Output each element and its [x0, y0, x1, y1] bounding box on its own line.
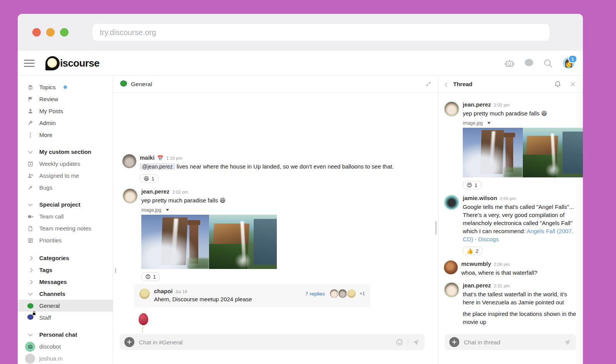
- sidebar-item-admin[interactable]: Admin: [18, 117, 113, 129]
- sidebar-item-label: Tags: [39, 267, 52, 273]
- url-text: try.discourse.org: [100, 28, 156, 37]
- reaction-pill[interactable]: 👍 2: [463, 247, 482, 255]
- reaction-pill[interactable]: 😍 1: [463, 181, 481, 189]
- sidebar-item-assigned-to-me[interactable]: Assigned to me: [18, 170, 113, 182]
- user-avatar[interactable]: [122, 154, 136, 168]
- sidebar-item-review[interactable]: Review: [18, 93, 113, 105]
- sidebar-item-categories[interactable]: Categories: [18, 252, 113, 264]
- balloon-emoji-message: [139, 313, 148, 325]
- chevron-right-icon: [27, 269, 33, 272]
- sidebar-resize-handle[interactable]: [115, 268, 116, 273]
- sidebar-item-messages[interactable]: Messages: [18, 276, 113, 288]
- image-attachment[interactable]: [141, 215, 438, 269]
- sidebar-item-priorities[interactable]: Priorities: [18, 234, 113, 246]
- sidebar-item-weekly-updates[interactable]: Weekly updates: [18, 158, 113, 170]
- username[interactable]: jean.perez: [463, 282, 491, 289]
- sidebar-item-team-call[interactable]: Team call: [18, 210, 113, 222]
- message-list[interactable]: maiki 📅 1:19 pm @jean.perez lives near w…: [113, 93, 438, 364]
- thread-composer[interactable]: Chat in thread: [445, 334, 576, 350]
- sidebar-item-bugs[interactable]: Bugs: [18, 182, 113, 194]
- user-avatar[interactable]: [122, 188, 138, 204]
- sidebar-item-label: Categories: [39, 255, 69, 261]
- thread-panel: Thread: [438, 76, 583, 364]
- username[interactable]: jean.perez: [141, 188, 169, 195]
- waterfall-photo-image[interactable]: [523, 128, 583, 177]
- user-avatar[interactable]: [444, 195, 459, 210]
- timestamp: 2:06 pm: [494, 262, 510, 267]
- search-icon[interactable]: [543, 58, 553, 68]
- sidebar-item-team-meeting-notes[interactable]: Team meeting notes: [18, 222, 113, 234]
- attachment-toggle[interactable]: image.jpg: [141, 207, 438, 213]
- username[interactable]: jamie.wilson: [463, 195, 497, 201]
- attachment-toggle[interactable]: image.jpg: [463, 120, 583, 126]
- user-avatar[interactable]: 👩 1: [563, 57, 574, 69]
- sidebar-item-tags[interactable]: Tags: [18, 264, 113, 276]
- sidebar-section-personal-chat[interactable]: Personal chat: [18, 329, 113, 341]
- reaction-pill[interactable]: 😆 1: [140, 174, 158, 183]
- sidebar-item-label: Review: [39, 96, 58, 102]
- sidebar-channel-general[interactable]: General: [18, 300, 113, 312]
- reaction-count: 1: [153, 274, 156, 280]
- sidebar-channel-staff[interactable]: Staff: [18, 312, 113, 324]
- sidebar-item-label: General: [39, 302, 60, 309]
- username[interactable]: mcwumbly: [461, 260, 491, 267]
- user-avatar[interactable]: [444, 101, 459, 117]
- back-icon[interactable]: [445, 81, 449, 88]
- sidebar-item-topics[interactable]: Topics: [18, 81, 113, 93]
- send-icon[interactable]: [564, 339, 571, 346]
- image-attachment[interactable]: [463, 128, 583, 177]
- thread-preview-row[interactable]: chapoi Jul 18 Ahem, Discourse meetup 202…: [134, 284, 370, 307]
- chat-icon[interactable]: [525, 59, 533, 68]
- thumbs-up-emoji: 👍: [467, 248, 473, 254]
- user-avatar[interactable]: [444, 260, 458, 274]
- discourse-logo[interactable]: iscourse: [45, 56, 99, 70]
- waterfall-movie-image[interactable]: [141, 215, 209, 269]
- chat-composer[interactable]: Chat in #General: [120, 334, 425, 350]
- scrollbar-thumb[interactable]: [435, 221, 437, 235]
- emoji-picker-icon[interactable]: [396, 339, 403, 346]
- section-title: Special project: [39, 201, 80, 208]
- close-window-button[interactable]: [32, 28, 41, 37]
- sidebar-item-label: Admin: [39, 120, 56, 126]
- composer-input[interactable]: Chat in thread: [464, 339, 564, 346]
- bot-icon[interactable]: [504, 58, 515, 68]
- add-attachment-button[interactable]: [124, 337, 134, 347]
- sidebar-section-channels[interactable]: Channels: [18, 288, 113, 300]
- minimize-window-button[interactable]: [46, 28, 55, 37]
- address-bar[interactable]: try.discourse.org: [93, 24, 549, 41]
- bell-icon[interactable]: [554, 80, 561, 88]
- message-jean-perez: jean.perez 2:02 pm yep pretty much parad…: [113, 188, 438, 281]
- timestamp: 2:02 pm: [172, 190, 188, 194]
- unread-dot: [64, 85, 67, 89]
- collapse-icon[interactable]: [425, 81, 431, 87]
- composer-input[interactable]: Chat in #General: [139, 339, 396, 346]
- reaction-pill[interactable]: 😍 1: [141, 272, 160, 281]
- thread-message-list[interactable]: jean.perez 2:02 pm yep pretty much parad…: [439, 93, 583, 364]
- timestamp: Jul 18: [175, 289, 187, 294]
- video-icon: [27, 214, 33, 220]
- sidebar-item-label: Assigned to me: [39, 172, 79, 179]
- hamburger-menu-icon[interactable]: [24, 60, 35, 67]
- sidebar-item-my-posts[interactable]: My Posts: [18, 105, 113, 117]
- sidebar-item-more[interactable]: More: [18, 129, 113, 141]
- add-attachment-button[interactable]: [449, 337, 459, 347]
- replies-link[interactable]: 7 replies: [305, 291, 325, 297]
- user-mention[interactable]: @jean.perez: [140, 163, 175, 170]
- username[interactable]: maiki: [140, 154, 154, 161]
- sidebar-section-my-custom[interactable]: My custom section: [18, 146, 113, 158]
- sidebar-section-special-project[interactable]: Special project: [18, 199, 113, 210]
- sidebar-dm-joshua[interactable]: joshua.m: [18, 352, 113, 364]
- waterfall-movie-image[interactable]: [463, 128, 523, 177]
- message-maiki: maiki 📅 1:19 pm @jean.perez lives near w…: [113, 154, 438, 183]
- send-icon[interactable]: [413, 339, 420, 346]
- browser-window: try.discourse.org iscourse 👩 1: [18, 14, 583, 364]
- waterfall-photo-image[interactable]: [209, 215, 277, 269]
- username[interactable]: jean.perez: [463, 101, 491, 108]
- username[interactable]: chapoi: [154, 288, 172, 294]
- zoom-window-button[interactable]: [60, 28, 69, 37]
- sidebar-dm-discobot[interactable]: discobot: [18, 341, 113, 352]
- discourse-logo-text: iscourse: [60, 57, 99, 69]
- close-icon[interactable]: [570, 81, 576, 87]
- thread-message-mcwumbly: mcwumbly 2:06 pm whoa, where is that wat…: [439, 260, 583, 277]
- user-avatar[interactable]: [444, 282, 459, 297]
